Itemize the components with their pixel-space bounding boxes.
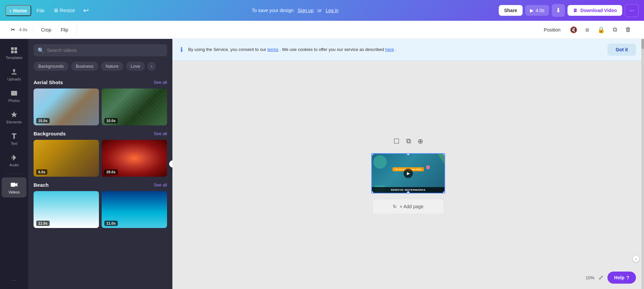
category-tabs: Backgrounds Business Nature Love › <box>28 60 172 74</box>
canvas-content: ☐ ⧉ ⊕ As you turn one year o <box>172 61 644 289</box>
sidebar-item-photos[interactable]: Photos <box>2 86 26 106</box>
crop-button[interactable]: Crop <box>39 25 54 35</box>
tab-business[interactable]: Business <box>71 62 98 71</box>
upload-icon <box>10 68 18 76</box>
design-frame[interactable]: As you turn one year older, ▶ REMOVE WAT… <box>371 153 445 193</box>
add-page-button[interactable]: ↻ + Add page <box>372 199 444 214</box>
handle-top-right[interactable] <box>443 153 445 156</box>
frame-play-button[interactable]: ▶ <box>404 169 413 178</box>
copy-icon-button[interactable]: ⧉ <box>611 24 619 35</box>
got-it-button[interactable]: Got it <box>607 44 636 56</box>
terms-link[interactable]: terms <box>267 47 278 52</box>
beach-grid: 11.0s 11.0s <box>34 191 167 228</box>
video-icon <box>10 181 18 189</box>
tab-love[interactable]: Love <box>126 62 145 71</box>
sidebar-item-audio[interactable]: Audio <box>2 150 26 170</box>
beach-video-1-duration: 11.0s <box>36 221 50 226</box>
tab-backgrounds[interactable]: Backgrounds <box>34 62 68 71</box>
beach-see-all-button[interactable]: See all <box>154 182 167 187</box>
handle-bottom-mid[interactable] <box>407 191 410 193</box>
audio-icon <box>10 154 18 162</box>
bg-video-1-duration: 6.0s <box>36 169 47 175</box>
save-prompt-text: To save your design <box>252 8 294 13</box>
sidebar-item-templates[interactable]: Templates <box>2 43 26 63</box>
sidebar-item-videos[interactable]: Videos <box>2 177 26 197</box>
background-video-1[interactable]: 6.0s <box>34 140 99 177</box>
text-icon <box>10 132 18 140</box>
frame-comment-button[interactable]: ☐ <box>392 136 401 147</box>
scrollbar-thumb[interactable] <box>641 39 644 49</box>
position-button[interactable]: Position <box>540 25 564 35</box>
duplicate-icon: ⧉ <box>406 137 411 144</box>
sidebar-item-text-label: Text <box>11 141 17 146</box>
mute-icon: 🔇 <box>570 26 577 33</box>
play-time: 4.0s <box>536 8 544 13</box>
frame-add-button[interactable]: ⊕ <box>416 136 425 147</box>
aerial-see-all-button[interactable]: See all <box>154 80 167 85</box>
bg-video-2-duration: 29.0s <box>104 169 118 175</box>
aerial-video-1-duration: 15.0s <box>36 118 50 123</box>
scissors-icon: ✂ <box>11 26 15 33</box>
sidebar-separator <box>6 174 22 174</box>
canvas-scrollbar[interactable] <box>641 39 644 289</box>
search-input[interactable] <box>34 44 167 56</box>
expand-icon: ⤢ <box>598 274 603 281</box>
chevron-left-icon: ‹ <box>9 8 11 13</box>
flip-button[interactable]: Flip <box>58 25 71 35</box>
svg-rect-0 <box>11 47 14 50</box>
more-options-button[interactable]: ··· <box>625 4 639 17</box>
sidebar-item-uploads-label: Uploads <box>7 77 21 81</box>
here-link[interactable]: here <box>385 47 394 52</box>
tab-nature[interactable]: Nature <box>101 62 123 71</box>
background-video-2[interactable]: 29.0s <box>102 140 167 177</box>
left-panel: 🔍 Backgrounds Business Nature Love › Aer… <box>28 39 172 289</box>
expand-button[interactable]: ⤢ <box>598 274 603 281</box>
beach-title: Beach <box>34 182 49 188</box>
sidebar-item-text[interactable]: Text <box>2 129 26 149</box>
lock-icon-button[interactable]: 🔒 <box>595 24 607 36</box>
help-button[interactable]: Help ? <box>607 272 636 284</box>
sidebar-item-elements[interactable]: Elements <box>2 107 26 127</box>
play-button[interactable]: ▶ 4.0s <box>525 5 549 16</box>
aerial-video-2[interactable]: 10.0s <box>102 89 167 125</box>
play-icon: ▶ <box>530 8 534 13</box>
download-icon-button[interactable]: ⬇ <box>552 4 565 17</box>
or-text: or <box>318 8 322 13</box>
frame-duplicate-button[interactable]: ⧉ <box>405 136 412 146</box>
backgrounds-see-all-button[interactable]: See all <box>154 131 167 136</box>
sign-up-link[interactable]: Sign up <box>298 8 313 13</box>
log-in-link[interactable]: Log in <box>326 8 338 13</box>
aerial-video-1[interactable]: 15.0s <box>34 89 99 125</box>
comment-icon: ☐ <box>393 137 399 145</box>
beach-video-2[interactable]: 11.0s <box>102 191 167 228</box>
lock-icon: 🔒 <box>597 26 605 33</box>
mute-icon-button[interactable]: 🔇 <box>568 24 579 36</box>
frame-deco-tl <box>373 155 387 169</box>
svg-rect-3 <box>14 51 17 53</box>
sidebar-item-videos-label: Videos <box>8 190 19 194</box>
delete-icon-button[interactable]: 🗑 <box>623 24 633 35</box>
file-button[interactable]: File <box>33 6 49 15</box>
download-icon: ⬇ <box>556 7 561 14</box>
trash-icon: 🗑 <box>625 26 631 33</box>
download-video-button[interactable]: 🖥 Download Video <box>568 5 622 16</box>
design-frame-wrapper: ☐ ⧉ ⊕ As you turn one year o <box>371 136 445 214</box>
sidebar-item-uploads[interactable]: Uploads <box>2 64 26 84</box>
resize-button[interactable]: ⊞ Resize <box>50 5 79 15</box>
monitor-icon: 🖥 <box>573 8 578 13</box>
svg-rect-6 <box>11 183 15 187</box>
undo-button[interactable]: ↩ <box>80 5 92 16</box>
right-collapse-button[interactable]: › <box>633 255 639 262</box>
grid-icon-button[interactable]: ⊞ <box>583 24 591 35</box>
svg-rect-2 <box>11 51 14 53</box>
beach-video-1[interactable]: 11.0s <box>34 191 99 228</box>
search-icon: 🔍 <box>38 47 44 54</box>
handle-bottom-right[interactable] <box>443 191 445 193</box>
frame-controls-top: ☐ ⧉ ⊕ <box>392 136 425 147</box>
share-button[interactable]: Share <box>499 5 523 16</box>
svg-point-5 <box>12 92 13 93</box>
home-button[interactable]: ‹ Home <box>5 5 31 16</box>
aerial-shots-grid: 15.0s 10.0s <box>34 89 167 125</box>
photo-icon <box>10 89 18 97</box>
tab-more-arrow[interactable]: › <box>148 62 156 71</box>
